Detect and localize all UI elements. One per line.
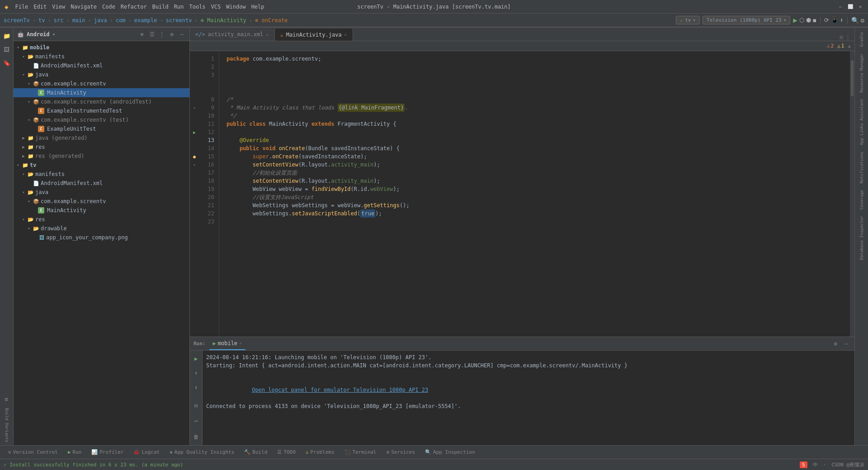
tree-arrow-tv-pkg[interactable]: ▾ (26, 199, 32, 204)
recent-files-btn[interactable]: ⋮ (845, 34, 851, 41)
tree-arrow-tv-drawable[interactable]: ▾ (26, 226, 32, 231)
tree-arrow-java-gen[interactable]: ▶ (21, 135, 26, 141)
menu-help[interactable]: Help (251, 4, 264, 10)
menu-code[interactable]: Code (102, 4, 115, 10)
filter-btn[interactable]: ⋮ (158, 30, 166, 38)
gutter-17-fold[interactable]: ▾ (190, 161, 199, 169)
tree-tv-androidmanifest[interactable]: 📄 AndroidManifest.xml (14, 179, 189, 188)
breadcrumb-screentv[interactable]: screenTv (4, 17, 30, 24)
tool-tab-app-inspection[interactable]: 🔍 App Inspection (420, 446, 480, 459)
tool-tab-build[interactable]: 🔨 Build (240, 446, 272, 459)
logcat-link-text[interactable]: Open logcat panel for emulator Televisio… (252, 387, 428, 393)
close-tab-activity-main[interactable]: ✕ (266, 32, 269, 37)
tool-tab-terminal[interactable]: ⬛ Terminal (340, 446, 381, 459)
tool-tab-run[interactable]: ▶ Run (63, 446, 86, 459)
tree-arrow-tv-java[interactable]: ▾ (21, 190, 26, 195)
run-clear-btn[interactable]: 🗑 (190, 431, 203, 443)
breadcrumb-tv[interactable]: tv (38, 17, 45, 24)
warning-count-badge[interactable]: △ 1 (837, 43, 844, 49)
settings-panel-btn[interactable]: ⚙ (168, 30, 176, 38)
tree-arrow-res-mobile[interactable]: ▶ (21, 144, 26, 150)
maximize-button[interactable]: ⬜ (847, 4, 854, 10)
menu-window[interactable]: Window (226, 4, 245, 10)
error-bar-expand[interactable]: ▲ (848, 43, 851, 49)
project-tool-btn[interactable]: 📁 (0, 29, 13, 42)
minimize-button[interactable]: — (837, 4, 844, 10)
breadcrumb-screentv2[interactable]: screentv (166, 17, 192, 24)
tree-androidmanifest-mobile[interactable]: 📄 AndroidManifest.xml (14, 61, 189, 70)
tool-tab-services[interactable]: ⚙ Services (382, 446, 420, 459)
tree-arrow-manifests[interactable]: ▾ (21, 54, 26, 59)
ime-status[interactable]: S (800, 461, 807, 468)
run-tab-close[interactable]: ✕ (239, 341, 242, 346)
build-variants-btn[interactable]: Build Variants (0, 406, 13, 444)
avd-button[interactable]: 📱 (831, 17, 838, 24)
menu-tools[interactable]: Tools (189, 4, 205, 10)
tree-mainactivity-mobile[interactable]: C MainActivity (14, 88, 189, 97)
gutter-13-run[interactable]: ▶ (190, 128, 199, 136)
breadcrumb-mainactivity[interactable]: ⊕ MainActivity (201, 17, 246, 24)
editor-scrollbar[interactable] (850, 51, 854, 337)
split-editor-btn[interactable]: ⊞ (840, 34, 843, 41)
tool-tab-version-control[interactable]: ⊙ Version Control (4, 446, 62, 459)
close-button[interactable]: ✕ (857, 4, 863, 10)
tree-tv-java[interactable]: ▾ 📂 java (14, 188, 189, 197)
tool-tab-todo[interactable]: ☰ TODO (273, 446, 300, 459)
menu-run[interactable]: Run (174, 4, 184, 10)
app-links-btn[interactable]: App Links Assistant (855, 96, 868, 148)
locate-file-btn[interactable]: ⊕ (138, 30, 146, 38)
menu-navigate[interactable]: Navigate (71, 4, 97, 10)
tree-tv-pkg-main[interactable]: ▾ 📦 com.example.screentv (14, 197, 189, 206)
db-inspector-btn[interactable]: Database Inspector (855, 213, 868, 263)
menu-refactor[interactable]: Refactor (121, 4, 147, 10)
run-tab-mobile[interactable]: ▶ mobile ✕ (209, 337, 246, 350)
structure-btn[interactable]: ≡ (0, 393, 13, 405)
profile-button[interactable]: ⬢ (806, 17, 811, 24)
tool-tab-problems[interactable]: ⚠ Problems (301, 446, 339, 459)
code-content[interactable]: package com.example.screentv; /* * Main … (219, 51, 850, 337)
tree-instrumentedtest[interactable]: C ExampleInstrumentedTest (14, 106, 189, 115)
resource-manager-btn[interactable]: 🖼 (0, 43, 13, 56)
run-settings-btn[interactable]: ⚙ (831, 339, 840, 348)
breadcrumb-java[interactable]: java (94, 17, 107, 24)
notifications-btn[interactable]: Notifications (855, 149, 868, 186)
tab-mainactivity[interactable]: ☕ MainActivity.java ✕ (275, 28, 353, 41)
run-logcat-link[interactable]: Open logcat panel for emulator Televisio… (206, 378, 851, 402)
minimize-panel-btn[interactable]: — (178, 30, 186, 38)
device-selector[interactable]: Television (1080p) API 23 ▾ (703, 16, 790, 24)
run-filter-btn[interactable]: ⊟ (190, 399, 203, 412)
menu-edit[interactable]: Edit (33, 4, 47, 10)
menu-view[interactable]: View (52, 4, 65, 10)
menu-file[interactable]: File (15, 4, 28, 10)
tab-activity-main[interactable]: </> activity_main.xml ✕ (190, 28, 275, 41)
tree-res-generated[interactable]: ▶ 📁 res (generated) (14, 152, 189, 161)
menu-vcs[interactable]: VCS (211, 4, 221, 10)
breadcrumb-example[interactable]: example (134, 17, 157, 24)
sdk-button[interactable]: ⬇ (840, 17, 844, 24)
tree-pkg-androidtest[interactable]: ▾ 📦 com.example.screentv (androidTest) (14, 97, 189, 106)
tree-pkg-test[interactable]: ▾ 📦 com.example.screentv (test) (14, 115, 189, 124)
tree-arrow-pkg-androidtest[interactable]: ▾ (26, 99, 32, 104)
tree-manifests[interactable]: ▾ 📂 manifests (14, 52, 189, 61)
bookmarks-btn[interactable]: 🔖 (0, 57, 13, 69)
breadcrumb-main[interactable]: main (72, 17, 85, 24)
tree-arrow-java-mobile[interactable]: ▾ (21, 72, 26, 77)
tree-arrow-pkg-test[interactable]: ▾ (26, 117, 32, 123)
breadcrumb-oncreate[interactable]: ⊕ onCreate (255, 17, 288, 24)
run-minimize-btn[interactable]: — (842, 339, 851, 348)
tool-tab-app-quality[interactable]: ◈ App Quality Insights (165, 446, 239, 459)
search-everywhere-button[interactable]: 🔍 (851, 17, 859, 24)
gutter-10-fold[interactable]: ▾ (190, 104, 199, 112)
tree-arrow-res-gen[interactable]: ▶ (21, 153, 26, 159)
android-dropdown[interactable]: ▾ (52, 31, 56, 38)
branch-selector[interactable]: ⬦ tv ▾ (676, 16, 700, 24)
settings-button[interactable]: ⚙ (861, 17, 864, 24)
gutter-16[interactable]: ● (190, 152, 199, 161)
run-scroll-bottom-btn[interactable]: ⬇ (190, 381, 203, 394)
error-count-badge[interactable]: ⚠ 2 (827, 43, 834, 49)
tool-tab-profiler[interactable]: 📊 Profiler (87, 446, 128, 459)
run-scroll-top-btn[interactable]: ⬆ (190, 367, 203, 380)
run-rerun-btn[interactable]: ▶ (190, 352, 203, 365)
gradle-btn[interactable]: Gradle (855, 29, 868, 50)
tree-app-icon[interactable]: 🖼 app_icon_your_company.png (14, 233, 189, 242)
